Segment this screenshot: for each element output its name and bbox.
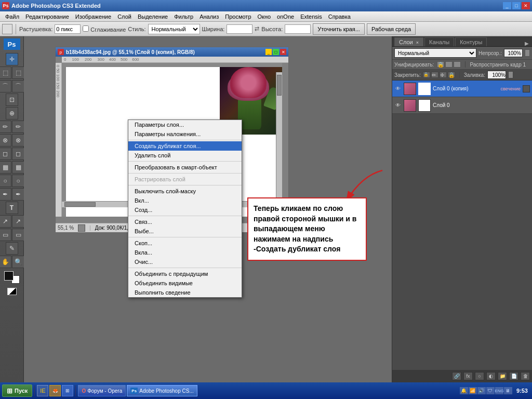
unify-pos2-btn[interactable] <box>454 61 461 68</box>
ctx-paste[interactable]: Вкла... <box>128 248 242 257</box>
dodge-tool-2[interactable]: ○ <box>12 175 24 187</box>
brush-tool-2[interactable]: ✏ <box>12 121 24 133</box>
color-swatches[interactable] <box>4 271 20 286</box>
ctx-merge-visible[interactable]: Объединить видимые <box>128 278 242 288</box>
tab-channels[interactable]: Каналы <box>424 37 454 46</box>
scrollbar-vertical[interactable] <box>276 72 282 207</box>
shape-tool-2[interactable]: ▭ <box>12 229 24 241</box>
tray-icon-more-1[interactable]: ENG <box>495 387 503 394</box>
style-select[interactable]: Нормальный <box>148 24 200 34</box>
lock-all-btn[interactable]: 🔒 <box>448 72 455 78</box>
ctx-enable[interactable]: Вкл... <box>128 196 242 205</box>
menu-help[interactable]: Справка <box>325 13 354 20</box>
ctx-disable-mask[interactable]: Выключить слой-маску <box>128 187 242 196</box>
doc-minimize-btn[interactable]: _ <box>265 49 272 55</box>
antialias-checkbox[interactable] <box>83 25 89 32</box>
lasso-tool[interactable]: ⌒ <box>0 80 11 92</box>
eyedropper-tool[interactable]: ✎ <box>6 242 18 255</box>
tray-icon-network[interactable]: 📶 <box>469 387 477 394</box>
lasso-tool-2[interactable]: ⌒ <box>12 80 24 92</box>
layer-item-copy[interactable]: 👁 Слой 0 (копия) свечение <box>392 81 532 97</box>
unify-vis-btn[interactable] <box>445 61 453 68</box>
scroll-thumb-h[interactable] <box>64 202 96 207</box>
dodge-tool[interactable]: ○ <box>0 175 11 187</box>
menu-select[interactable]: Выделение <box>135 13 171 20</box>
gradient-tool-2[interactable]: ▦ <box>12 161 24 174</box>
gradient-tool[interactable]: ▦ <box>0 161 11 174</box>
stamp-tool[interactable]: ⊗ <box>0 134 11 147</box>
taskbar-opera[interactable]: O Форум - Opera <box>78 385 126 396</box>
eraser-tool-2[interactable]: ◻ <box>12 148 24 160</box>
ctx-copy[interactable]: Скоп... <box>128 238 242 248</box>
layer-eye-0[interactable]: 👁 <box>394 85 402 92</box>
selection-tool-options[interactable] <box>2 24 12 34</box>
delete-layer-btn[interactable]: 🗑 <box>521 372 530 380</box>
lock-move-btn[interactable]: ✛ <box>440 72 447 78</box>
minimize-button[interactable]: _ <box>503 2 511 9</box>
path-select-tool-2[interactable]: ↗ <box>12 215 24 228</box>
fill-arrow[interactable] <box>508 71 513 78</box>
close-button[interactable]: ✕ <box>522 2 530 9</box>
blend-mode-select[interactable]: Нормальный <box>394 48 476 58</box>
windows-icon[interactable]: ⊞ <box>62 385 73 396</box>
shape-tool[interactable]: ▭ <box>0 229 11 241</box>
panel-collapse-btn[interactable]: ▶ <box>523 41 531 46</box>
menu-filter[interactable]: Фильтр <box>171 13 196 20</box>
group-btn[interactable]: 📁 <box>498 372 507 380</box>
ctx-clear[interactable]: Очис... <box>128 257 242 267</box>
ie-icon[interactable]: IE <box>37 385 48 396</box>
new-layer-btn[interactable]: 📄 <box>509 372 518 380</box>
lock-brush-btn[interactable]: ✏ <box>431 72 438 78</box>
tab-paths[interactable]: Контуры <box>455 37 487 46</box>
ctx-blend-params[interactable]: Параметры наложения... <box>128 129 242 139</box>
scroll-thumb-v[interactable] <box>277 75 282 96</box>
feather-input[interactable] <box>55 24 81 34</box>
mask-btn[interactable]: ○ <box>475 372 484 380</box>
menu-analyze[interactable]: Анализ <box>196 13 222 20</box>
tray-icon-more-2[interactable]: 🖥 <box>504 387 512 394</box>
doc-maximize-btn[interactable]: □ <box>273 49 279 55</box>
menu-view[interactable]: Просмотр <box>222 13 254 20</box>
menu-layer[interactable]: Слой <box>114 13 135 20</box>
menu-edit[interactable]: Редактирование <box>22 13 72 20</box>
refine-edges-button[interactable]: Уточнить края... <box>313 23 365 35</box>
hand-tool[interactable]: ✋ <box>0 256 11 268</box>
ctx-create[interactable]: Созд... <box>128 205 242 215</box>
fill-input[interactable] <box>487 71 506 79</box>
menu-onone[interactable]: onOne <box>274 13 297 20</box>
ctx-duplicate-layer[interactable]: Создать дубликат слоя... <box>128 141 242 151</box>
firefox-icon[interactable]: 🦊 <box>49 385 61 396</box>
tray-icon-antivirus[interactable]: 🛡 <box>486 387 495 394</box>
taskbar-photoshop[interactable]: Ps Adobe Photoshop CS... <box>127 385 197 396</box>
ctx-smart-object[interactable]: Преобразовать в смарт-объект <box>128 163 242 172</box>
ctx-select[interactable]: Выбе... <box>128 227 242 236</box>
zoom-tool[interactable]: 🔍 <box>12 256 24 268</box>
ctx-layer-params[interactable]: Параметры слоя... <box>128 120 242 129</box>
adj-btn[interactable]: ◐ <box>486 372 496 380</box>
eraser-tool[interactable]: ◻ <box>0 148 11 160</box>
lock-transparency-btn[interactable]: 🔒 <box>423 72 430 78</box>
heal-tool[interactable]: ⊕ <box>6 107 18 119</box>
marquee-tool[interactable]: ⬚ <box>0 66 11 79</box>
pen-tool-2[interactable]: ✒ <box>12 188 24 201</box>
quick-mask-btn[interactable] <box>7 288 17 295</box>
marquee-tool-2[interactable]: ⬚ <box>12 66 24 79</box>
ctx-link[interactable]: Связ... <box>128 217 242 227</box>
workspace-button[interactable]: Рабочая среда <box>367 23 416 35</box>
link-btn[interactable]: 🔗 <box>452 372 461 380</box>
brush-tool[interactable]: ✏ <box>0 121 11 133</box>
fx-btn[interactable]: fx <box>463 372 473 380</box>
menu-file[interactable]: Файл <box>2 13 22 20</box>
ctx-delete-layer[interactable]: Удалить слой <box>128 151 242 160</box>
doc-close-btn[interactable]: ✕ <box>280 49 286 55</box>
menu-extensis[interactable]: Extensis <box>297 13 325 20</box>
ctx-merge-down[interactable]: Объединить с предыдущим <box>128 269 242 278</box>
ctx-flatten[interactable]: Выполнить сведение <box>128 288 242 297</box>
pen-tool[interactable]: ✒ <box>0 188 11 201</box>
unify-pos-btn[interactable]: 🔒 <box>437 61 444 68</box>
tray-icon-notify[interactable]: 🔔 <box>460 387 468 394</box>
move-tool[interactable]: ✛ <box>6 53 18 65</box>
layer-options-btn-0[interactable] <box>523 85 530 92</box>
type-tool[interactable]: T <box>6 202 18 214</box>
doc-title-bar[interactable]: p b18b4d38ac94.jpg @ 55,1% (Слой 0 (копи… <box>56 47 288 57</box>
